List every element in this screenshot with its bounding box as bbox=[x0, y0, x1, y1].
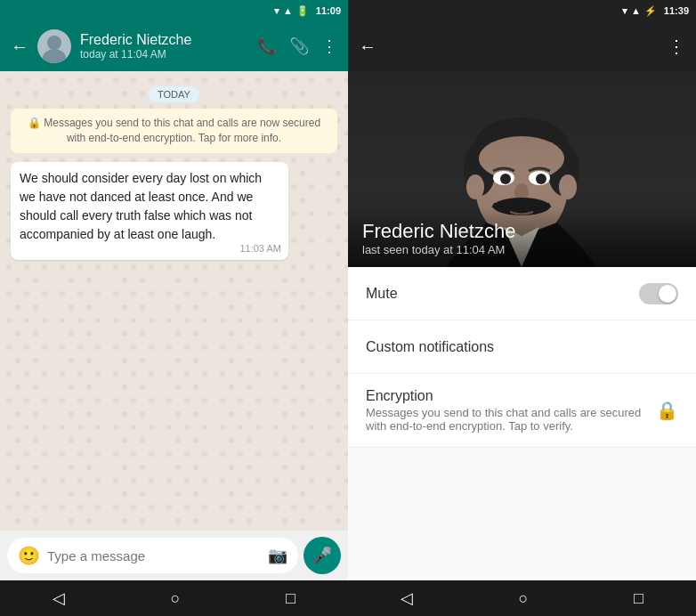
date-label: TODAY bbox=[11, 85, 337, 101]
profile-header: ← ⋮ bbox=[348, 21, 696, 71]
encryption-info: Encryption Messages you send to this cha… bbox=[366, 388, 656, 433]
camera-icon[interactable]: 📷 bbox=[268, 546, 287, 565]
encryption-notice[interactable]: 🔒 Messages you send to this chat and cal… bbox=[11, 109, 337, 153]
right-nav-bar: ◁ ○ □ bbox=[348, 580, 696, 616]
mute-label: Mute bbox=[366, 286, 639, 302]
contact-avatar[interactable] bbox=[37, 29, 71, 63]
svg-point-0 bbox=[47, 36, 61, 50]
phone-icon[interactable]: 📞 bbox=[257, 36, 277, 56]
right-time: 11:39 bbox=[664, 5, 689, 16]
custom-notifications-label: Custom notifications bbox=[366, 339, 678, 355]
attach-icon[interactable]: 📎 bbox=[289, 36, 309, 56]
battery-icon-right: ⚡ bbox=[644, 5, 657, 17]
chat-messages-area: TODAY 🔒 Messages you send to this chat a… bbox=[0, 71, 348, 531]
left-home-nav-icon[interactable]: ○ bbox=[171, 589, 181, 608]
mute-option-row[interactable]: Mute bbox=[348, 267, 696, 320]
chat-panel: ← Frederic Nietzche today at 11:04 AM 📞 … bbox=[0, 21, 348, 580]
left-back-nav-icon[interactable]: ◁ bbox=[53, 588, 65, 608]
svg-point-1 bbox=[43, 49, 66, 63]
profile-panel: ← ⋮ bbox=[348, 21, 696, 580]
right-back-nav-icon[interactable]: ◁ bbox=[401, 588, 413, 608]
lock-icon: 🔒 bbox=[656, 400, 678, 421]
chat-contact-sub: today at 11:04 AM bbox=[80, 48, 248, 61]
message-input[interactable] bbox=[47, 548, 261, 563]
battery-icon: 🔋 bbox=[296, 5, 309, 17]
profile-name: Frederic Nietzche bbox=[362, 220, 682, 243]
chat-contact-name: Frederic Nietzche bbox=[80, 32, 248, 48]
chat-header: ← Frederic Nietzche today at 11:04 AM 📞 … bbox=[0, 21, 348, 71]
left-status-bar: ▾ ▲ 🔋 11:09 bbox=[0, 0, 348, 21]
profile-options: Mute Custom notifications Encryption Mes… bbox=[348, 267, 696, 580]
right-status-icons: ▾ ▲ ⚡ 11:39 bbox=[622, 5, 689, 17]
profile-more-options-icon[interactable]: ⋮ bbox=[668, 36, 685, 57]
profile-last-seen: last seen today at 11:04 AM bbox=[362, 243, 682, 256]
right-home-nav-icon[interactable]: ○ bbox=[519, 589, 529, 608]
encryption-label: Encryption bbox=[366, 388, 656, 404]
left-recents-nav-icon[interactable]: □ bbox=[286, 589, 295, 608]
message-time: 11:03 AM bbox=[239, 241, 280, 256]
mic-button[interactable]: 🎤 bbox=[303, 537, 341, 574]
message-bubble: We should consider every day lost on whi… bbox=[11, 162, 288, 260]
custom-notifications-row[interactable]: Custom notifications bbox=[348, 320, 696, 374]
message-text: We should consider every day lost on whi… bbox=[20, 171, 262, 241]
profile-image-overlay: Frederic Nietzche last seen today at 11:… bbox=[348, 209, 696, 267]
toggle-knob bbox=[659, 285, 676, 303]
right-recents-nav-icon[interactable]: □ bbox=[634, 589, 643, 608]
right-status-bar: ▾ ▲ ⚡ 11:39 bbox=[348, 0, 696, 21]
chat-header-info[interactable]: Frederic Nietzche today at 11:04 AM bbox=[80, 32, 248, 61]
chat-back-button[interactable]: ← bbox=[11, 36, 28, 57]
signal-icon: ▲ bbox=[283, 5, 293, 16]
encryption-sub: Messages you send to this chat and calls… bbox=[366, 406, 656, 433]
more-options-icon[interactable]: ⋮ bbox=[321, 36, 337, 56]
encryption-row[interactable]: Encryption Messages you send to this cha… bbox=[348, 374, 696, 448]
chat-header-actions: 📞 📎 ⋮ bbox=[257, 36, 337, 56]
left-status-icons: ▾ ▲ 🔋 11:09 bbox=[274, 5, 341, 17]
emoji-icon[interactable]: 🙂 bbox=[18, 545, 40, 566]
signal-icon-right: ▲ bbox=[631, 5, 641, 16]
left-time: 11:09 bbox=[316, 5, 341, 16]
wifi-icon-right: ▾ bbox=[622, 5, 627, 17]
left-nav-bar: ◁ ○ □ bbox=[0, 580, 348, 616]
profile-back-button[interactable]: ← bbox=[359, 36, 376, 57]
profile-image-section[interactable]: Frederic Nietzche last seen today at 11:… bbox=[348, 71, 696, 267]
chat-input-bar: 🙂 📷 🎤 bbox=[0, 531, 348, 580]
wifi-icon: ▾ bbox=[274, 5, 279, 17]
mute-toggle[interactable] bbox=[639, 283, 678, 304]
message-input-wrapper: 🙂 📷 bbox=[7, 538, 298, 573]
